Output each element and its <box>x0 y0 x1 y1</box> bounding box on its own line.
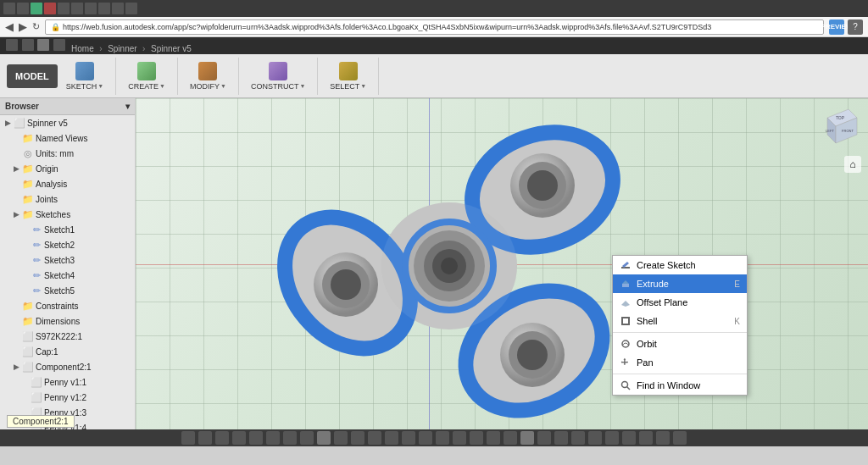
bottom-icon[interactable] <box>520 431 534 445</box>
bottom-icon[interactable] <box>504 431 517 445</box>
select-tool[interactable]: SELECT ▼ <box>325 59 371 93</box>
context-menu-item-shell[interactable]: Shell K <box>613 312 747 330</box>
bottom-icon[interactable] <box>283 431 297 445</box>
tree-item-dimensions[interactable]: 📁 Dimensions <box>0 313 135 329</box>
bottom-icon[interactable] <box>181 431 195 445</box>
bottom-icon[interactable] <box>249 431 263 445</box>
bottom-icon[interactable] <box>487 431 500 445</box>
refresh-button[interactable]: ↻ <box>32 21 40 32</box>
browser-icon[interactable] <box>98 3 110 14</box>
bottom-icon[interactable] <box>402 431 415 445</box>
bottom-icon[interactable] <box>368 431 381 445</box>
browser-icon[interactable] <box>31 3 42 14</box>
create-tool[interactable]: CREATE ▼ <box>123 59 170 93</box>
bottom-icon[interactable] <box>419 431 432 445</box>
tree-item-sketches[interactable]: ▶ 📁 Sketches <box>0 207 135 222</box>
bottom-icon[interactable] <box>656 431 670 445</box>
bottom-icon[interactable] <box>453 431 466 445</box>
create-label: CREATE ▼ <box>128 82 165 91</box>
tree-item-units[interactable]: ◎ Units: mm <box>0 146 135 161</box>
folder-icon: 📁 <box>22 163 34 174</box>
modify-tool[interactable]: MODIFY ▼ <box>185 59 231 93</box>
app-icon[interactable] <box>22 39 34 51</box>
bottom-icon[interactable] <box>588 431 602 445</box>
preview-button[interactable]: PREVIEW <box>829 19 844 35</box>
bottom-icon[interactable] <box>639 431 653 445</box>
tree-item-sketch3[interactable]: ✏ Sketch3 <box>0 252 135 268</box>
tree-item-component2[interactable]: ▶ ⬜ Component2:1 <box>0 359 135 374</box>
help-button[interactable]: ? <box>848 19 863 35</box>
bottom-icon[interactable] <box>385 431 398 445</box>
bottom-icon[interactable] <box>622 431 636 445</box>
breadcrumb-spinnv5[interactable]: Spinner v5 <box>151 44 192 53</box>
browser-collapse-icon[interactable]: ▾ <box>125 102 130 111</box>
tree-item-joints[interactable]: 📁 Joints <box>0 191 135 207</box>
app-icon[interactable] <box>53 39 65 51</box>
browser-icon[interactable] <box>71 3 83 14</box>
tree-item-spinner-v5[interactable]: ▶ ⬜ Spinner v5 <box>0 115 135 130</box>
bottom-icon[interactable] <box>232 431 246 445</box>
bottom-icon[interactable] <box>673 431 687 445</box>
context-menu-item-pan[interactable]: Pan <box>613 353 747 372</box>
tree-item-sketch2[interactable]: ✏ Sketch2 <box>0 237 135 252</box>
back-button[interactable]: ◀ <box>5 20 14 33</box>
sketch-tool[interactable]: SKETCH ▼ <box>61 59 108 93</box>
bottom-icon[interactable] <box>198 431 212 445</box>
bottom-icon[interactable] <box>554 431 568 445</box>
construct-tool[interactable]: CONSTRUCT ▼ <box>246 59 310 93</box>
browser-header[interactable]: Browser ▾ <box>0 98 135 115</box>
bottom-icon[interactable] <box>300 431 314 445</box>
construct-chevron: ▼ <box>299 83 305 89</box>
context-item-left: Find in Window <box>620 379 700 391</box>
bottom-icon[interactable] <box>317 431 331 445</box>
browser-icon[interactable] <box>125 3 137 14</box>
bottom-icon[interactable] <box>351 431 364 445</box>
context-menu-item-create-sketch[interactable]: Create Sketch <box>613 256 747 274</box>
context-divider-2 <box>613 374 747 374</box>
breadcrumb-spinner[interactable]: Spinner <box>108 44 136 53</box>
tree-item-named-views[interactable]: 📁 Named Views <box>0 130 135 146</box>
tree-item-sketch1[interactable]: ✏ Sketch1 <box>0 222 135 237</box>
3d-viewport[interactable]: TOP LEFT FRONT ⌂ Create Sketch <box>136 98 868 429</box>
file-menu[interactable]: Home <box>71 44 94 53</box>
browser-icon[interactable] <box>44 3 56 14</box>
bottom-icon[interactable] <box>334 431 348 445</box>
browser-icon[interactable] <box>58 3 70 14</box>
tree-item-constraints[interactable]: 📁 Constraints <box>0 298 135 313</box>
bottom-icon[interactable] <box>470 431 483 445</box>
browser-icon[interactable] <box>112 3 124 14</box>
url-input[interactable]: 🔒 https://web.fusion.autodesk.com/app/sc… <box>45 19 824 35</box>
tree-item-penny2[interactable]: ⬜ Penny v1:2 <box>0 390 135 405</box>
context-menu-item-orbit[interactable]: Orbit <box>613 335 747 353</box>
tree-item-s972k222[interactable]: ⬜ S972K222:1 <box>0 329 135 344</box>
tree-item-analysis[interactable]: 📁 Analysis <box>0 176 135 191</box>
tree-item-penny1[interactable]: ⬜ Penny v1:1 <box>0 374 135 390</box>
select-group: SELECT ▼ <box>325 58 379 95</box>
tree-item-sketch5[interactable]: ✏ Sketch5 <box>0 283 135 298</box>
tree-item-cap1[interactable]: ⬜ Cap:1 <box>0 344 135 359</box>
units-icon: ◎ <box>22 147 34 159</box>
home-button[interactable]: ⌂ <box>844 156 861 173</box>
bottom-icon[interactable] <box>605 431 619 445</box>
app-icon[interactable] <box>6 39 18 51</box>
bottom-icon[interactable] <box>436 431 449 445</box>
bottom-icon[interactable] <box>266 431 280 445</box>
create-sketch-label: Create Sketch <box>637 260 696 270</box>
model-button[interactable]: MODEL <box>7 64 58 88</box>
app-icon[interactable] <box>37 39 49 51</box>
browser-icon[interactable] <box>3 3 15 14</box>
bottom-icon[interactable] <box>571 431 585 445</box>
context-menu-item-find-in-window[interactable]: Find in Window <box>613 376 747 395</box>
tree-item-sketch4[interactable]: ✏ Sketch4 <box>0 268 135 283</box>
svg-marker-31 <box>622 280 629 284</box>
browser-icon[interactable] <box>85 3 97 14</box>
tree-item-origin[interactable]: ▶ 📁 Origin <box>0 161 135 176</box>
forward-button[interactable]: ▶ <box>19 20 27 33</box>
viewcube[interactable]: TOP LEFT FRONT <box>819 105 861 147</box>
svg-text:LEFT: LEFT <box>826 129 834 133</box>
context-menu-item-extrude[interactable]: Extrude E <box>613 274 747 293</box>
bottom-icon[interactable] <box>537 431 551 445</box>
context-menu-item-offset-plane[interactable]: Offset Plane <box>613 293 747 312</box>
browser-icon[interactable] <box>17 3 29 14</box>
bottom-icon[interactable] <box>215 431 229 445</box>
